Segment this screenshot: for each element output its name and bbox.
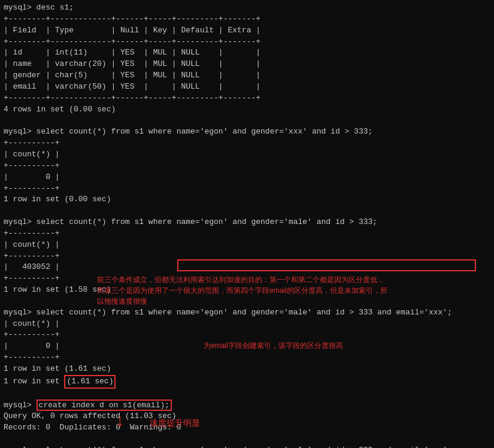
line-3: | Field | Type | Null | Key | Default | … [4,25,490,37]
line-8: | email | varchar(50) | YES | | NULL | | [4,81,490,93]
line-37: Records: 0 Duplicates: 0 Warnings: 0 [4,422,490,434]
line-39: mysql> select count(*) from s1 where nam… [4,445,490,448]
line-24: | 403052 | [4,262,490,273]
line-13: +----------+ [4,138,490,149]
line-5: | id | int(11) | YES | MUL | NULL | | [4,47,490,59]
annotation-conditions: 前三个条件成立，但都无法利用索引达到加速的目的：第一个和第二个都是因为区分度低，… [97,274,390,307]
annotation-email-index: 为email字段创建索引，该字段的区分度很高 [204,340,443,351]
line-6: | name | varchar(20) | YES | MUL | NULL … [4,59,490,70]
line-9: +--------+-------------+------+-----+---… [4,93,490,104]
line-12: mysql> select count(*) from s1 where nam… [4,126,490,138]
line-22: | count(*) | [4,240,490,251]
line-35: mysql> create index d on s1(email); [4,400,490,411]
line-17: +----------+ [4,183,490,195]
line-33: 1 row in set (1.61 sec) [4,364,490,375]
line-14: | count(*) | [4,149,490,161]
line-32: +----------+ [4,352,490,364]
line-10: 4 rows in set (0.00 sec) [4,104,490,116]
line-29: | count(*) | [4,319,490,330]
line-7: | gender | char(5) | YES | MUL | NULL | … [4,70,490,81]
line-30: +----------+ [4,329,490,341]
line-4: +--------+-------------+------+-----+---… [4,37,490,48]
line-2: +--------+-------------+------+-----+---… [4,14,490,25]
line-28: mysql> select count(*) from s1 where nam… [4,307,490,319]
annotation-speed: 速度提升明显 [150,417,200,429]
line-19 [4,205,490,217]
down-arrow: ↓ [115,412,125,431]
line-20: mysql> select count(*) from s1 where nam… [4,217,490,228]
line-16: | 0 | [4,172,490,183]
line-gap [4,389,490,400]
line-18: 1 row in set (0.00 sec) [4,194,490,205]
line-36: Query OK, 0 rows affected (11.03 sec) [4,411,490,422]
line-15: +----------+ [4,161,490,172]
line-23: +----------+ [4,251,490,262]
terminal: mysql> desc s1; +--------+-------------+… [0,0,494,448]
line-11 [4,115,490,126]
line-21: +----------+ [4,228,490,240]
line-1: mysql> desc s1; [4,2,490,14]
line-38 [4,434,490,445]
line-33b: 1 row in set (1.61 sec) [4,375,116,389]
